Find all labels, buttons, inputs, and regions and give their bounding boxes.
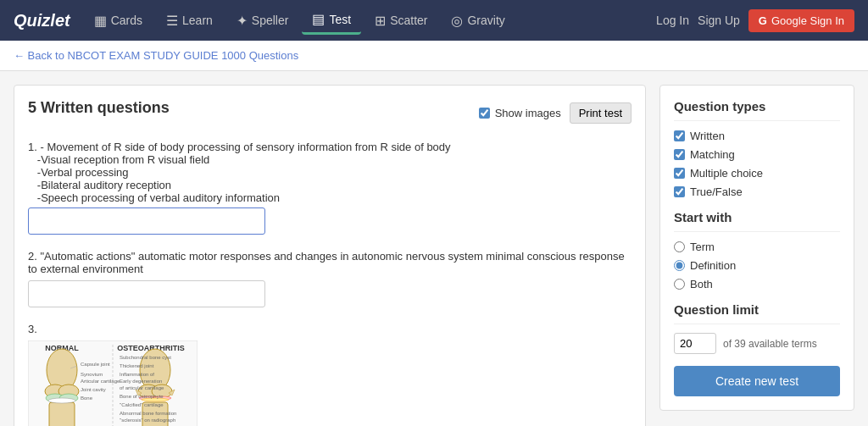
start-term[interactable]: Term [674, 241, 840, 253]
svg-text:Synovium: Synovium [81, 372, 103, 377]
nav-cards[interactable]: ▦ Cards [84, 8, 153, 34]
svg-text:"sclerosis" on radiograph: "sclerosis" on radiograph [120, 418, 175, 423]
svg-text:of articular cartilage: of articular cartilage [120, 385, 164, 390]
svg-text:Thickened joint: Thickened joint [120, 363, 154, 368]
question-limit-row: 20 of 39 available terms [674, 333, 840, 354]
term-radio[interactable] [674, 241, 685, 252]
breadcrumb[interactable]: ← Back to NBCOT EXAM STUDY GUIDE 1000 Qu… [0, 41, 868, 71]
svg-text:Bone: Bone [81, 396, 93, 401]
left-panel: 5 Written questions Show images Print te… [14, 85, 646, 426]
nav-test-label: Test [329, 13, 351, 26]
both-radio[interactable] [674, 279, 685, 290]
panel-title: 5 Written questions [28, 99, 170, 117]
show-images-checkbox[interactable] [479, 108, 490, 119]
nav-speller[interactable]: ✦ Speller [226, 8, 299, 34]
written-checkbox[interactable] [674, 130, 685, 141]
svg-text:"Calcified" cartilage: "Calcified" cartilage [120, 402, 164, 407]
q1-text: - Movement of R side of body processing … [28, 141, 451, 204]
nav-learn-label: Learn [182, 14, 213, 27]
svg-text:Joint cavity: Joint cavity [81, 387, 106, 392]
type-written[interactable]: Written [674, 130, 840, 142]
svg-text:Abnormal bone formation: Abnormal bone formation [120, 411, 176, 416]
question-3: 3. NORMAL OSTEOARTHRITIS [28, 323, 632, 426]
google-signin-label: Google Sign In [771, 14, 844, 27]
learn-icon: ☰ [166, 13, 178, 29]
svg-text:Articular cartilage: Articular cartilage [81, 379, 120, 384]
q1-answer-input[interactable] [28, 207, 265, 235]
header: Quizlet ▦ Cards ☰ Learn ✦ Speller ▤ Test… [0, 0, 868, 41]
q2-text: "Automatic actions" automatic motor resp… [28, 250, 625, 275]
right-panel: Question types Written Matching Multiple… [659, 85, 854, 411]
svg-text:Early degeneration: Early degeneration [120, 379, 162, 384]
q1-number: 1. - Movement of R side of body processi… [28, 141, 632, 204]
true-false-checkbox[interactable] [674, 186, 685, 197]
nav-scatter-label: Scatter [390, 14, 427, 27]
speller-icon: ✦ [236, 13, 248, 29]
multiple-choice-checkbox[interactable] [674, 168, 685, 179]
definition-radio[interactable] [674, 260, 685, 271]
nav-speller-label: Speller [252, 14, 289, 27]
login-button[interactable]: Log In [656, 14, 689, 27]
q2-answer-input[interactable] [28, 280, 265, 307]
nav-learn[interactable]: ☰ Learn [156, 8, 223, 34]
knee-diagram: NORMAL OSTEOARTHRITIS [28, 340, 198, 426]
matching-label: Matching [690, 148, 735, 161]
print-button[interactable]: Print test [570, 102, 632, 124]
svg-text:Inflammation of: Inflammation of [120, 372, 154, 377]
term-label: Term [690, 241, 715, 253]
available-text: of 39 available terms [723, 338, 817, 350]
google-signin-button[interactable]: G Google Sign In [748, 9, 854, 32]
logo: Quizlet [14, 11, 70, 30]
written-label: Written [690, 130, 725, 142]
show-images-label: Show images [495, 107, 561, 119]
svg-text:Subchondral bone cyst: Subchondral bone cyst [120, 355, 171, 360]
signup-button[interactable]: Sign Up [698, 14, 740, 27]
multiple-choice-label: Multiple choice [690, 167, 763, 180]
q2-header: 2. "Automatic actions" automatic motor r… [28, 250, 632, 275]
question-types-title: Question types [674, 99, 840, 121]
scatter-icon: ⊞ [375, 13, 386, 29]
start-both[interactable]: Both [674, 278, 840, 290]
matching-checkbox[interactable] [674, 149, 685, 160]
header-right: Log In Sign Up G Google Sign In [656, 9, 854, 32]
nav-gravity[interactable]: ◎ Gravity [441, 8, 515, 34]
svg-text:Capsule joint: Capsule joint [81, 362, 110, 367]
breadcrumb-link[interactable]: ← Back to NBCOT EXAM STUDY GUIDE 1000 Qu… [14, 49, 298, 62]
show-images-toggle[interactable]: Show images [479, 107, 561, 119]
type-multiple-choice[interactable]: Multiple choice [674, 167, 840, 180]
cards-icon: ▦ [94, 13, 107, 29]
nav-test[interactable]: ▤ Test [302, 6, 361, 35]
panel-header: 5 Written questions Show images Print te… [28, 99, 632, 127]
start-definition[interactable]: Definition [674, 259, 840, 272]
nav-cards-label: Cards [111, 14, 142, 27]
question-2: 2. "Automatic actions" automatic motor r… [28, 250, 632, 307]
q3-image-area: NORMAL OSTEOARTHRITIS [28, 340, 632, 426]
type-matching[interactable]: Matching [674, 148, 840, 161]
question-limit-title: Question limit [674, 302, 840, 324]
nav-scatter[interactable]: ⊞ Scatter [364, 8, 437, 34]
type-true-false[interactable]: True/False [674, 185, 840, 198]
main-content: 5 Written questions Show images Print te… [0, 71, 868, 426]
google-icon: G [759, 14, 767, 27]
svg-point-10 [48, 398, 75, 403]
q3-number: 3. [28, 323, 632, 335]
both-label: Both [690, 278, 713, 290]
start-with-title: Start with [674, 210, 840, 232]
question-1: 1. - Movement of R side of body processi… [28, 141, 632, 235]
svg-text:Bone of osteophyte: Bone of osteophyte [120, 394, 164, 399]
gravity-icon: ◎ [451, 13, 463, 29]
true-false-label: True/False [690, 185, 743, 198]
limit-input[interactable]: 20 [674, 333, 716, 354]
definition-label: Definition [690, 259, 736, 272]
create-test-button[interactable]: Create new test [674, 366, 840, 396]
svg-rect-9 [49, 402, 75, 426]
nav-gravity-label: Gravity [467, 14, 504, 27]
test-icon: ▤ [312, 11, 325, 27]
